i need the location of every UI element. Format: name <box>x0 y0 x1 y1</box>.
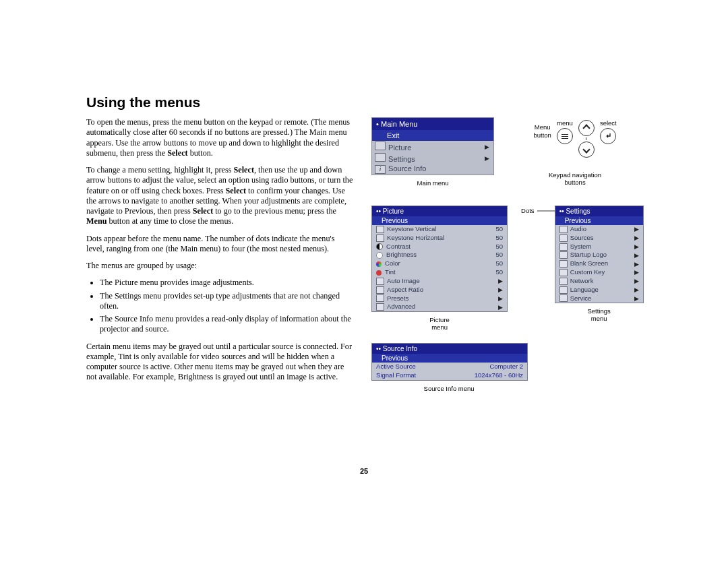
menu-row: Color50 <box>372 259 507 268</box>
dots-label: Dots <box>521 207 535 214</box>
aspect-icon <box>376 286 384 294</box>
contrast-icon <box>376 243 383 250</box>
menu-row: Startup Logo▶ <box>555 251 643 259</box>
chevron-right-icon: ▶ <box>485 144 489 150</box>
menu-key-label: menu <box>557 120 573 127</box>
list-item: The Picture menu provides image adjustme… <box>100 278 354 288</box>
settings-menu-box: •• Settings Previous Audio▶ Sources▶ Sys… <box>555 206 644 303</box>
settings-icon <box>375 153 386 162</box>
menu-row: Service▶ <box>555 294 643 303</box>
picture-caption-1: Picture <box>371 316 508 323</box>
menu-button-icon <box>557 128 573 144</box>
custom-key-icon <box>559 269 568 276</box>
up-arrow-button-icon <box>578 120 595 136</box>
keypad-caption-1: Keypad navigation <box>508 171 642 179</box>
menu-row: Network▶ <box>555 277 643 286</box>
network-icon <box>559 278 568 285</box>
settings-menu-figure: •• Settings Previous Audio▶ Sources▶ Sys… <box>555 206 644 322</box>
main-menu-item: iSource Info <box>372 164 493 175</box>
menu-row: System▶ <box>555 243 643 251</box>
startup-logo-icon <box>559 251 568 259</box>
select-key-label: select <box>600 120 617 127</box>
presets-icon <box>376 294 384 302</box>
list-item: The Source Info menu provides a read-onl… <box>100 314 354 335</box>
figures-column: • Main Menu Exit Picture▶ Settings▶ iSou… <box>371 117 653 392</box>
usage-list: The Picture menu provides image adjustme… <box>86 278 354 334</box>
auto-image-icon <box>376 278 384 285</box>
main-menu-box: • Main Menu Exit Picture▶ Settings▶ iSou… <box>371 117 494 175</box>
main-menu-figure: • Main Menu Exit Picture▶ Settings▶ iSou… <box>371 117 494 187</box>
menu-row: Blank Screen▶ <box>555 259 643 268</box>
main-menu-selected: Exit <box>372 130 493 141</box>
menu-row: Sources▶ <box>555 234 643 243</box>
dots-pointer-line <box>537 207 555 219</box>
main-menu-title: • Main Menu <box>372 118 493 130</box>
source-info-previous: Previous <box>372 354 527 363</box>
page-number: 25 <box>0 467 728 475</box>
select-button-icon <box>600 128 616 144</box>
settings-menu-title: •• Settings <box>555 206 643 216</box>
menu-row: Active SourceComputer 2 <box>372 363 527 371</box>
main-menu-item: Settings▶ <box>372 152 493 164</box>
tint-icon <box>376 270 382 276</box>
menu-row: Keystone Horizontal50 <box>372 234 507 243</box>
source-info-figure: •• Source Info Previous Active SourceCom… <box>371 343 653 392</box>
settings-caption-1: Settings <box>555 307 644 315</box>
picture-menu-box: •• Picture Previous Keystone Vertical50 … <box>371 206 508 312</box>
blank-screen-icon <box>559 260 568 268</box>
picture-menu-figure: •• Picture Previous Keystone Vertical50 … <box>371 206 508 331</box>
keypad-figure: Menu button menu sel <box>508 117 642 187</box>
source-info-title: •• Source Info <box>372 344 527 354</box>
menu-button-label: Menu <box>535 124 551 131</box>
paragraph-1: To open the menus, press the menu button… <box>86 117 354 158</box>
list-item: The Settings menu provides set-up type a… <box>100 291 354 312</box>
menu-row: Custom Key▶ <box>555 268 643 277</box>
menu-row: Contrast50 <box>372 243 507 251</box>
source-info-caption: Source Info menu <box>371 385 526 392</box>
paragraph-2: To change a menu setting, highlight it, … <box>86 165 354 227</box>
paragraph-4: The menus are grouped by usage: <box>86 261 354 271</box>
menu-row: Tint50 <box>372 268 507 277</box>
settings-caption-2: menu <box>555 315 644 322</box>
picture-caption-2: menu <box>371 323 508 331</box>
settings-menu-previous: Previous <box>555 216 643 225</box>
chevron-right-icon: ▶ <box>485 155 489 162</box>
menu-row: Advanced▶ <box>372 303 507 311</box>
audio-icon <box>559 226 568 233</box>
menu-row: Aspect Ratio▶ <box>372 286 507 294</box>
main-menu-item: Picture▶ <box>372 141 493 152</box>
menu-row: Keystone Vertical50 <box>372 225 507 234</box>
page-heading: Using the menus <box>86 94 653 111</box>
keystone-v-icon <box>376 226 384 233</box>
color-icon <box>376 261 382 267</box>
menu-row: Presets▶ <box>372 294 507 303</box>
down-arrow-button-icon <box>578 142 595 158</box>
main-menu-caption: Main menu <box>371 179 494 187</box>
menu-button-sublabel: button <box>533 132 551 139</box>
menu-row: Audio▶ <box>555 225 643 234</box>
menu-row: Language▶ <box>555 286 643 294</box>
sources-icon <box>559 235 568 242</box>
advanced-icon <box>376 303 384 311</box>
keystone-h-icon <box>376 235 384 242</box>
paragraph-3: Dots appear before the menu name. The nu… <box>86 234 354 255</box>
keypad-caption-2: buttons <box>508 179 642 186</box>
body-text-column: To open the menus, press the menu button… <box>86 117 354 392</box>
brightness-icon <box>376 252 383 259</box>
paragraph-5: Certain menu items may be grayed out unt… <box>86 342 354 383</box>
menu-row: Auto Image▶ <box>372 277 507 286</box>
language-icon <box>559 286 568 294</box>
info-icon: i <box>375 165 386 174</box>
picture-menu-title: •• Picture <box>372 206 507 216</box>
source-info-box: •• Source Info Previous Active SourceCom… <box>371 343 528 381</box>
menu-row: Signal Format1024x768 - 60Hz <box>372 371 527 380</box>
service-icon <box>559 294 568 302</box>
picture-menu-previous: Previous <box>372 216 507 225</box>
system-icon <box>559 243 568 251</box>
menu-row: Brightness50 <box>372 251 507 259</box>
picture-icon <box>375 142 386 150</box>
